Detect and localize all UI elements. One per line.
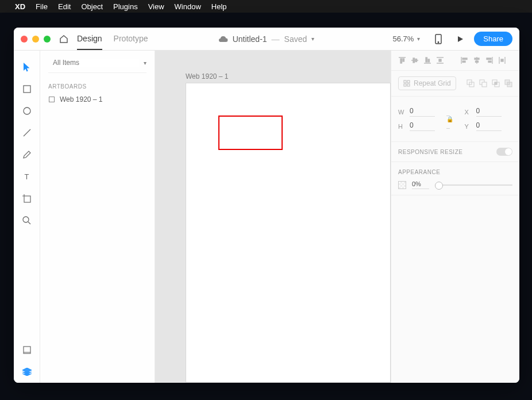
artboard-label[interactable]: Web 1920 – 1: [186, 72, 229, 80]
svg-rect-33: [487, 58, 491, 60]
ellipse-tool[interactable]: [14, 100, 40, 122]
align-hcenter-icon[interactable]: [473, 56, 481, 64]
align-vertical-set: [460, 56, 506, 64]
y-label: Y: [465, 123, 473, 130]
boolean-subtract-icon[interactable]: [479, 79, 487, 87]
text-tool[interactable]: T: [14, 166, 40, 187]
alignment-row: [391, 51, 519, 71]
menu-window[interactable]: Window: [175, 2, 201, 11]
play-preview-button[interactable]: [452, 31, 468, 47]
tab-design[interactable]: Design: [77, 28, 102, 50]
home-button[interactable]: [59, 34, 69, 44]
height-input[interactable]: 0: [410, 121, 435, 131]
rectangle-shape[interactable]: [218, 116, 283, 150]
align-vcenter-icon[interactable]: [411, 56, 419, 64]
distribute-v-icon[interactable]: [436, 56, 444, 64]
menu-help[interactable]: Help: [211, 2, 227, 11]
document-status: Saved: [284, 34, 307, 44]
chevron-down-icon: ▾: [311, 36, 314, 42]
x-input[interactable]: 0: [476, 107, 502, 117]
boolean-ops: [467, 79, 512, 87]
menu-view[interactable]: View: [148, 2, 164, 11]
menu-plugins[interactable]: Plugins: [113, 2, 138, 11]
svg-rect-38: [404, 80, 406, 83]
svg-line-8: [28, 222, 30, 224]
align-bottom-icon[interactable]: [423, 56, 431, 64]
assets-panel-toggle[interactable]: [14, 339, 40, 361]
svg-rect-40: [404, 84, 406, 86]
boolean-exclude-icon[interactable]: [504, 79, 512, 87]
distribute-h-icon[interactable]: [498, 56, 506, 64]
responsive-toggle[interactable]: [496, 148, 512, 156]
artboard-tool[interactable]: [14, 187, 40, 209]
boolean-add-icon[interactable]: [467, 79, 475, 87]
canvas[interactable]: Web 1920 – 1: [155, 51, 391, 383]
appearance-label: Appearance: [398, 169, 440, 175]
svg-rect-48: [495, 82, 497, 84]
align-horizontal-set: [398, 56, 444, 64]
artboard[interactable]: [186, 83, 391, 383]
svg-point-3: [24, 107, 30, 114]
align-top-icon[interactable]: [398, 56, 406, 64]
line-tool[interactable]: [14, 122, 40, 144]
svg-rect-13: [49, 97, 55, 102]
svg-point-7: [23, 217, 29, 222]
align-right-icon[interactable]: [485, 56, 494, 64]
system-menubar: XD File Edit Object Plugins View Window …: [0, 0, 532, 13]
repeat-grid-button[interactable]: Repeat Grid: [398, 76, 456, 90]
y-input[interactable]: 0: [476, 121, 502, 131]
svg-rect-34: [488, 61, 491, 63]
close-window[interactable]: [21, 36, 28, 43]
svg-rect-50: [507, 82, 512, 87]
document-title-group[interactable]: Untitled-1 — Saved ▾: [219, 34, 315, 44]
minimize-window[interactable]: [32, 36, 39, 43]
opacity-icon: [398, 181, 406, 189]
rectangle-tool[interactable]: [14, 78, 40, 100]
zoom-control[interactable]: 56.7% ▾: [388, 32, 425, 45]
boolean-intersect-icon[interactable]: [492, 79, 500, 87]
svg-rect-21: [426, 57, 427, 62]
separator: —: [272, 34, 280, 44]
artboard-icon: [48, 96, 55, 103]
menu-object[interactable]: Object: [81, 2, 103, 11]
svg-rect-2: [24, 86, 30, 93]
svg-rect-22: [428, 59, 430, 62]
lock-aspect-icon[interactable]: ⎯🔒⎯: [446, 110, 453, 129]
layers-panel: ▾ Artboards Web 1920 – 1: [40, 51, 155, 383]
svg-rect-31: [476, 61, 479, 63]
svg-rect-41: [407, 84, 410, 86]
app-name[interactable]: XD: [15, 2, 25, 11]
svg-rect-16: [403, 59, 404, 61]
layer-search[interactable]: ▾: [48, 55, 147, 73]
repeat-grid-row: Repeat Grid: [391, 71, 519, 97]
share-button[interactable]: Share: [474, 32, 512, 46]
menu-edit[interactable]: Edit: [58, 2, 71, 11]
svg-line-4: [24, 129, 30, 136]
opacity-input[interactable]: 0%: [412, 180, 429, 189]
svg-rect-27: [462, 58, 467, 60]
width-input[interactable]: 0: [410, 107, 435, 117]
menu-file[interactable]: File: [36, 2, 48, 11]
align-left-icon[interactable]: [460, 56, 468, 64]
device-preview-button[interactable]: [430, 31, 446, 47]
topbar-right: 56.7% ▾ Share: [388, 31, 512, 47]
svg-rect-30: [475, 58, 479, 60]
h-label: H: [398, 123, 406, 130]
svg-rect-25: [439, 59, 441, 61]
zoom-tool[interactable]: [14, 209, 40, 231]
maximize-window[interactable]: [44, 36, 51, 43]
svg-rect-15: [400, 59, 402, 63]
repeat-grid-label: Repeat Grid: [414, 79, 451, 87]
select-tool[interactable]: [14, 56, 40, 78]
chevron-down-icon[interactable]: ▾: [144, 60, 147, 66]
tab-prototype[interactable]: Prototype: [114, 28, 148, 49]
search-input[interactable]: [53, 59, 139, 67]
pen-tool[interactable]: [14, 144, 40, 166]
window-controls: [21, 36, 51, 43]
svg-rect-28: [462, 61, 465, 63]
app-window: Design Prototype Untitled-1 — Saved ▾ 56…: [14, 28, 519, 383]
svg-point-1: [438, 41, 439, 42]
layer-artboard-row[interactable]: Web 1920 – 1: [48, 95, 147, 103]
opacity-slider[interactable]: [435, 184, 512, 186]
layers-panel-toggle[interactable]: [14, 361, 40, 383]
